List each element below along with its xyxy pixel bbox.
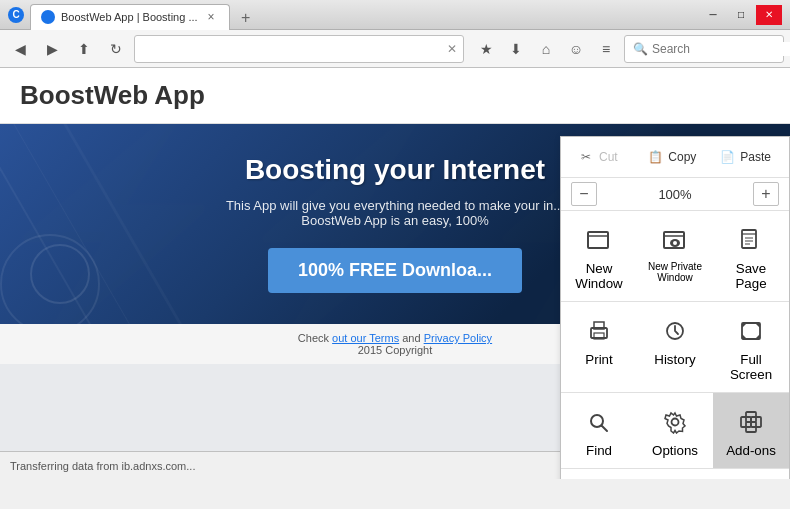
minimize-button[interactable]: ─ <box>700 5 726 25</box>
print-label: Print <box>585 352 612 367</box>
zoom-out-button[interactable]: − <box>571 182 597 206</box>
home-icon: ⌂ <box>542 41 550 57</box>
menu-icons-row-2: Print History Full Screen <box>561 302 789 393</box>
window-controls: ─ □ ✕ <box>700 5 782 25</box>
zoom-in-button[interactable]: + <box>753 182 779 206</box>
full-screen-icon <box>736 316 766 346</box>
forward-button[interactable]: ▶ <box>38 35 66 63</box>
menu-icon: ≡ <box>602 41 610 57</box>
history-label: History <box>654 352 695 367</box>
save-page-menu-item[interactable]: Save Page <box>713 211 789 301</box>
browser-frame: C BoostWeb App | Boosting ... × + ─ □ ✕ <box>0 0 790 509</box>
avatar-icon: ☺ <box>569 41 583 57</box>
home-button[interactable]: ⌂ <box>532 35 560 63</box>
developer-icon: 🔧 <box>575 478 593 479</box>
find-label: Find <box>586 443 612 458</box>
options-icon <box>660 407 690 437</box>
browser-menu-dropdown: ✂ Cut 📋 Copy 📄 Paste − 100% <box>560 136 790 479</box>
active-tab[interactable]: BoostWeb App | Boosting ... × <box>30 4 230 30</box>
upload-icon: ⬆ <box>78 41 90 57</box>
add-ons-menu-item[interactable]: Add-ons <box>713 393 789 468</box>
back-icon: ◀ <box>15 41 26 57</box>
svg-rect-6 <box>742 230 756 248</box>
nav-action-icons: ★ ⬇ ⌂ ☺ ≡ <box>472 35 620 63</box>
svg-point-5 <box>673 241 677 245</box>
download-button[interactable]: ⬇ <box>502 35 530 63</box>
menu-button[interactable]: ≡ <box>592 35 620 63</box>
paste-icon: 📄 <box>720 150 734 164</box>
refresh-button[interactable]: ↻ <box>102 35 130 63</box>
upload-button[interactable]: ⬆ <box>70 35 98 63</box>
url-bar-container: ✕ <box>134 35 464 63</box>
menu-zoom-row: − 100% + <box>561 178 789 211</box>
find-icon <box>584 407 614 437</box>
svg-rect-0 <box>588 232 608 248</box>
bookmark-star-icon: ★ <box>480 41 493 57</box>
download-button-hero[interactable]: 100% FREE Downloa... <box>268 248 522 293</box>
options-label: Options <box>652 443 698 458</box>
tab-favicon <box>41 10 55 24</box>
new-window-menu-item[interactable]: New Window <box>561 211 637 301</box>
history-icon <box>660 316 690 346</box>
save-page-icon <box>736 225 766 255</box>
save-page-label: Save Page <box>721 261 781 291</box>
avatar-button[interactable]: ☺ <box>562 35 590 63</box>
tab-bar: BoostWeb App | Boosting ... × + <box>30 0 258 30</box>
paste-label: Paste <box>740 150 771 164</box>
menu-icons-row-3: Find Options Add-ons <box>561 393 789 469</box>
full-screen-menu-item[interactable]: Full Screen <box>713 302 789 392</box>
browser-window: C BoostWeb App | Boosting ... × + ─ □ ✕ <box>0 0 790 509</box>
developer-menu-item[interactable]: 🔧 Developer <box>561 469 789 479</box>
svg-line-17 <box>602 426 608 432</box>
navigation-bar: ◀ ▶ ⬆ ↻ ✕ ★ ⬇ <box>0 30 790 68</box>
status-text: Transferring data from ib.adnxs.com... <box>10 460 195 472</box>
site-logo: BoostWeb App <box>20 80 770 111</box>
footer-terms-link[interactable]: out our Terms <box>332 332 399 344</box>
new-private-window-icon <box>660 225 690 255</box>
copy-label: Copy <box>668 150 696 164</box>
svg-rect-15 <box>742 323 760 339</box>
new-private-window-menu-item[interactable]: New Private Window <box>637 211 713 301</box>
forward-icon: ▶ <box>47 41 58 57</box>
footer-and-text: and <box>402 332 423 344</box>
back-button[interactable]: ◀ <box>6 35 34 63</box>
tab-close-button[interactable]: × <box>204 8 219 26</box>
print-menu-item[interactable]: Print <box>561 302 637 392</box>
history-menu-item[interactable]: History <box>637 302 713 392</box>
svg-point-18 <box>672 419 679 426</box>
search-input[interactable] <box>652 42 790 56</box>
print-icon <box>584 316 614 346</box>
close-button[interactable]: ✕ <box>756 5 782 25</box>
title-bar-left: C BoostWeb App | Boosting ... × + <box>8 0 258 30</box>
options-menu-item[interactable]: Options <box>637 393 713 468</box>
page-content: BoostWeb App Boosting your Internet <box>0 68 790 479</box>
maximize-button[interactable]: □ <box>728 5 754 25</box>
full-screen-label: Full Screen <box>721 352 781 382</box>
find-menu-item[interactable]: Find <box>561 393 637 468</box>
new-private-window-label: New Private Window <box>645 261 705 283</box>
site-header: BoostWeb App <box>0 68 790 124</box>
copy-icon: 📋 <box>648 150 662 164</box>
browser-logo-icon: C <box>8 7 24 23</box>
cut-label: Cut <box>599 150 618 164</box>
footer-copyright: 2015 Copyright <box>358 344 433 356</box>
cut-button[interactable]: ✂ Cut <box>571 145 632 169</box>
tab-title: BoostWeb App | Boosting ... <box>61 11 198 23</box>
add-ons-icon <box>736 407 766 437</box>
refresh-icon: ↻ <box>110 41 122 57</box>
new-tab-button[interactable]: + <box>234 6 258 30</box>
bookmark-star-button[interactable]: ★ <box>472 35 500 63</box>
footer-privacy-link[interactable]: Privacy Policy <box>424 332 492 344</box>
new-window-label: New Window <box>569 261 629 291</box>
search-icon: 🔍 <box>633 42 648 56</box>
url-input[interactable] <box>141 42 443 56</box>
copy-button[interactable]: 📋 Copy <box>640 145 704 169</box>
url-clear-button[interactable]: ✕ <box>447 42 457 56</box>
zoom-value: 100% <box>603 187 747 202</box>
paste-button[interactable]: 📄 Paste <box>712 145 779 169</box>
search-bar-container: 🔍 <box>624 35 784 63</box>
add-ons-label: Add-ons <box>726 443 776 458</box>
title-bar: C BoostWeb App | Boosting ... × + ─ □ ✕ <box>0 0 790 30</box>
footer-check-text: Check <box>298 332 332 344</box>
menu-edit-row: ✂ Cut 📋 Copy 📄 Paste <box>561 137 789 178</box>
